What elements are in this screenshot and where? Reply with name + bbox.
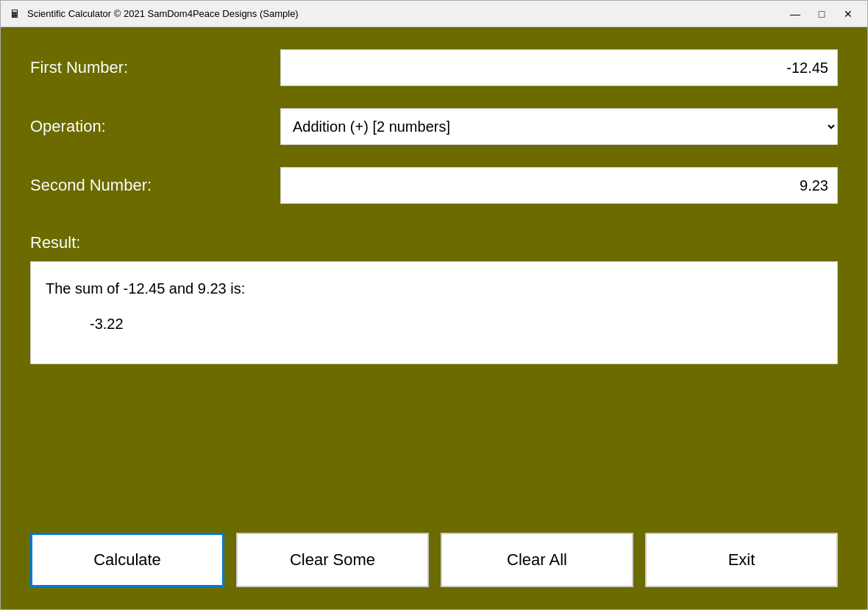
result-box: The sum of -12.45 and 9.23 is: -3.22 xyxy=(30,261,838,364)
main-window: 🖩 Scientific Calculator © 2021 SamDom4Pe… xyxy=(0,0,868,610)
title-bar-controls: — □ ✕ xyxy=(783,5,860,23)
result-summary: The sum of -12.45 and 9.23 is: xyxy=(46,277,822,300)
first-number-row: First Number: xyxy=(30,49,838,86)
operation-row: Operation: Addition (+) [2 numbers] Subt… xyxy=(30,108,838,145)
restore-button[interactable]: □ xyxy=(810,5,833,23)
result-section: Result: The sum of -12.45 and 9.23 is: -… xyxy=(30,233,838,364)
clear-all-button[interactable]: Clear All xyxy=(441,533,633,587)
first-number-label: First Number: xyxy=(30,58,280,77)
clear-some-button[interactable]: Clear Some xyxy=(236,533,429,587)
first-number-input[interactable] xyxy=(280,49,838,86)
second-number-label: Second Number: xyxy=(30,176,280,195)
operation-select[interactable]: Addition (+) [2 numbers] Subtraction (-)… xyxy=(280,108,838,145)
calculate-button[interactable]: Calculate xyxy=(30,533,224,587)
result-value: -3.22 xyxy=(90,312,822,336)
button-row: Calculate Clear Some Clear All Exit xyxy=(30,518,838,587)
app-content: First Number: Operation: Addition (+) [2… xyxy=(1,27,867,609)
result-label: Result: xyxy=(30,233,838,252)
title-bar-left: 🖩 Scientific Calculator © 2021 SamDom4Pe… xyxy=(8,7,299,21)
app-icon: 🖩 xyxy=(8,7,21,21)
second-number-input[interactable] xyxy=(280,167,838,204)
title-bar: 🖩 Scientific Calculator © 2021 SamDom4Pe… xyxy=(1,1,867,27)
operation-label: Operation: xyxy=(30,117,280,136)
minimize-button[interactable]: — xyxy=(783,5,807,23)
second-number-row: Second Number: xyxy=(30,167,838,204)
exit-button[interactable]: Exit xyxy=(645,533,838,587)
window-title: Scientific Calculator © 2021 SamDom4Peac… xyxy=(27,8,299,19)
close-button[interactable]: ✕ xyxy=(836,5,860,23)
